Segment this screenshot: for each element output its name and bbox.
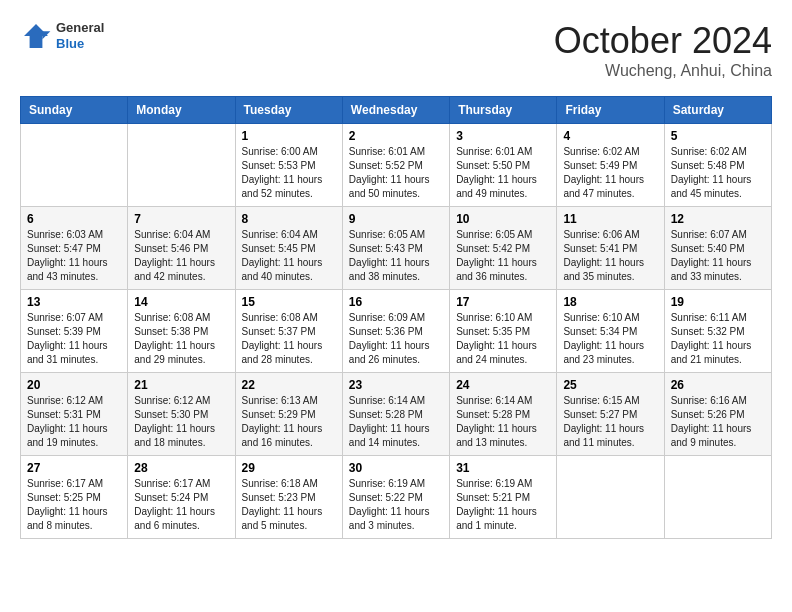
day-info: Sunrise: 6:14 AMSunset: 5:28 PMDaylight:… [349,395,430,448]
week-row-3: 13Sunrise: 6:07 AMSunset: 5:39 PMDayligh… [21,290,772,373]
logo-general: General [56,20,104,36]
svg-marker-1 [42,31,50,39]
calendar-cell: 16Sunrise: 6:09 AMSunset: 5:36 PMDayligh… [342,290,449,373]
day-info: Sunrise: 6:07 AMSunset: 5:40 PMDaylight:… [671,229,752,282]
day-info: Sunrise: 6:14 AMSunset: 5:28 PMDaylight:… [456,395,537,448]
weekday-header-saturday: Saturday [664,97,771,124]
day-number: 2 [349,129,443,143]
day-info: Sunrise: 6:05 AMSunset: 5:43 PMDaylight:… [349,229,430,282]
calendar-cell: 27Sunrise: 6:17 AMSunset: 5:25 PMDayligh… [21,456,128,539]
weekday-header-row: SundayMondayTuesdayWednesdayThursdayFrid… [21,97,772,124]
day-info: Sunrise: 6:10 AMSunset: 5:35 PMDaylight:… [456,312,537,365]
calendar-cell: 1Sunrise: 6:00 AMSunset: 5:53 PMDaylight… [235,124,342,207]
page-header: General Blue October 2024 Wucheng, Anhui… [20,20,772,80]
day-number: 4 [563,129,657,143]
calendar-cell: 6Sunrise: 6:03 AMSunset: 5:47 PMDaylight… [21,207,128,290]
calendar-cell: 19Sunrise: 6:11 AMSunset: 5:32 PMDayligh… [664,290,771,373]
week-row-2: 6Sunrise: 6:03 AMSunset: 5:47 PMDaylight… [21,207,772,290]
calendar-cell: 29Sunrise: 6:18 AMSunset: 5:23 PMDayligh… [235,456,342,539]
day-number: 24 [456,378,550,392]
calendar-table: SundayMondayTuesdayWednesdayThursdayFrid… [20,96,772,539]
day-info: Sunrise: 6:15 AMSunset: 5:27 PMDaylight:… [563,395,644,448]
day-info: Sunrise: 6:06 AMSunset: 5:41 PMDaylight:… [563,229,644,282]
calendar-cell: 25Sunrise: 6:15 AMSunset: 5:27 PMDayligh… [557,373,664,456]
weekday-header-wednesday: Wednesday [342,97,449,124]
day-number: 9 [349,212,443,226]
day-info: Sunrise: 6:01 AMSunset: 5:50 PMDaylight:… [456,146,537,199]
week-row-1: 1Sunrise: 6:00 AMSunset: 5:53 PMDaylight… [21,124,772,207]
week-row-5: 27Sunrise: 6:17 AMSunset: 5:25 PMDayligh… [21,456,772,539]
calendar-cell: 18Sunrise: 6:10 AMSunset: 5:34 PMDayligh… [557,290,664,373]
logo-blue: Blue [56,36,104,52]
calendar-cell: 15Sunrise: 6:08 AMSunset: 5:37 PMDayligh… [235,290,342,373]
calendar-cell: 4Sunrise: 6:02 AMSunset: 5:49 PMDaylight… [557,124,664,207]
logo: General Blue [20,20,104,52]
day-info: Sunrise: 6:07 AMSunset: 5:39 PMDaylight:… [27,312,108,365]
weekday-header-monday: Monday [128,97,235,124]
day-info: Sunrise: 6:08 AMSunset: 5:38 PMDaylight:… [134,312,215,365]
calendar-cell [557,456,664,539]
calendar-cell: 23Sunrise: 6:14 AMSunset: 5:28 PMDayligh… [342,373,449,456]
day-info: Sunrise: 6:01 AMSunset: 5:52 PMDaylight:… [349,146,430,199]
day-number: 12 [671,212,765,226]
week-row-4: 20Sunrise: 6:12 AMSunset: 5:31 PMDayligh… [21,373,772,456]
day-number: 30 [349,461,443,475]
day-info: Sunrise: 6:00 AMSunset: 5:53 PMDaylight:… [242,146,323,199]
day-info: Sunrise: 6:11 AMSunset: 5:32 PMDaylight:… [671,312,752,365]
calendar-cell: 26Sunrise: 6:16 AMSunset: 5:26 PMDayligh… [664,373,771,456]
calendar-cell [21,124,128,207]
title-block: October 2024 Wucheng, Anhui, China [554,20,772,80]
day-info: Sunrise: 6:02 AMSunset: 5:49 PMDaylight:… [563,146,644,199]
day-number: 17 [456,295,550,309]
day-info: Sunrise: 6:09 AMSunset: 5:36 PMDaylight:… [349,312,430,365]
calendar-cell: 7Sunrise: 6:04 AMSunset: 5:46 PMDaylight… [128,207,235,290]
day-number: 20 [27,378,121,392]
day-number: 28 [134,461,228,475]
day-number: 14 [134,295,228,309]
day-number: 23 [349,378,443,392]
day-number: 22 [242,378,336,392]
weekday-header-tuesday: Tuesday [235,97,342,124]
calendar-cell: 30Sunrise: 6:19 AMSunset: 5:22 PMDayligh… [342,456,449,539]
day-info: Sunrise: 6:17 AMSunset: 5:24 PMDaylight:… [134,478,215,531]
day-number: 11 [563,212,657,226]
day-number: 25 [563,378,657,392]
day-number: 27 [27,461,121,475]
logo-text: General Blue [56,20,104,51]
day-number: 5 [671,129,765,143]
calendar-cell: 10Sunrise: 6:05 AMSunset: 5:42 PMDayligh… [450,207,557,290]
calendar-cell: 11Sunrise: 6:06 AMSunset: 5:41 PMDayligh… [557,207,664,290]
day-number: 21 [134,378,228,392]
day-number: 31 [456,461,550,475]
calendar-cell: 9Sunrise: 6:05 AMSunset: 5:43 PMDaylight… [342,207,449,290]
day-info: Sunrise: 6:03 AMSunset: 5:47 PMDaylight:… [27,229,108,282]
day-number: 26 [671,378,765,392]
day-number: 3 [456,129,550,143]
day-number: 7 [134,212,228,226]
calendar-cell: 24Sunrise: 6:14 AMSunset: 5:28 PMDayligh… [450,373,557,456]
day-info: Sunrise: 6:02 AMSunset: 5:48 PMDaylight:… [671,146,752,199]
calendar-cell: 17Sunrise: 6:10 AMSunset: 5:35 PMDayligh… [450,290,557,373]
day-info: Sunrise: 6:12 AMSunset: 5:30 PMDaylight:… [134,395,215,448]
day-number: 10 [456,212,550,226]
day-number: 1 [242,129,336,143]
calendar-cell: 31Sunrise: 6:19 AMSunset: 5:21 PMDayligh… [450,456,557,539]
day-number: 13 [27,295,121,309]
day-info: Sunrise: 6:10 AMSunset: 5:34 PMDaylight:… [563,312,644,365]
calendar-cell: 8Sunrise: 6:04 AMSunset: 5:45 PMDaylight… [235,207,342,290]
day-info: Sunrise: 6:05 AMSunset: 5:42 PMDaylight:… [456,229,537,282]
day-number: 6 [27,212,121,226]
calendar-cell: 21Sunrise: 6:12 AMSunset: 5:30 PMDayligh… [128,373,235,456]
day-number: 19 [671,295,765,309]
calendar-cell: 5Sunrise: 6:02 AMSunset: 5:48 PMDaylight… [664,124,771,207]
calendar-cell: 13Sunrise: 6:07 AMSunset: 5:39 PMDayligh… [21,290,128,373]
calendar-cell: 14Sunrise: 6:08 AMSunset: 5:38 PMDayligh… [128,290,235,373]
logo-icon [20,20,52,52]
calendar-cell: 12Sunrise: 6:07 AMSunset: 5:40 PMDayligh… [664,207,771,290]
day-info: Sunrise: 6:08 AMSunset: 5:37 PMDaylight:… [242,312,323,365]
day-number: 8 [242,212,336,226]
day-info: Sunrise: 6:18 AMSunset: 5:23 PMDaylight:… [242,478,323,531]
calendar-cell: 28Sunrise: 6:17 AMSunset: 5:24 PMDayligh… [128,456,235,539]
weekday-header-friday: Friday [557,97,664,124]
calendar-cell [664,456,771,539]
